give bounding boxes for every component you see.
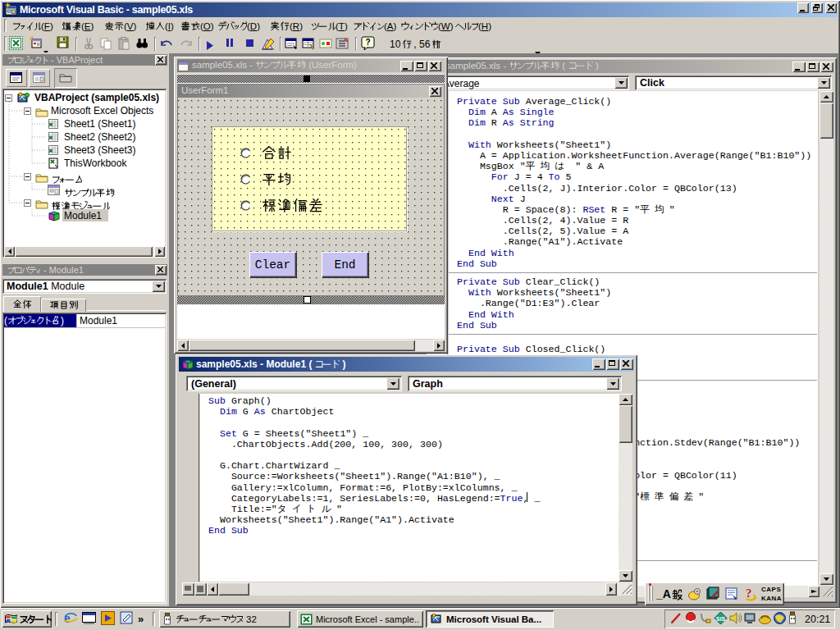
svg-text:SiS: SiS [716,616,726,622]
svg-text:?: ? [365,38,370,47]
svg-text:?: ? [746,587,752,600]
